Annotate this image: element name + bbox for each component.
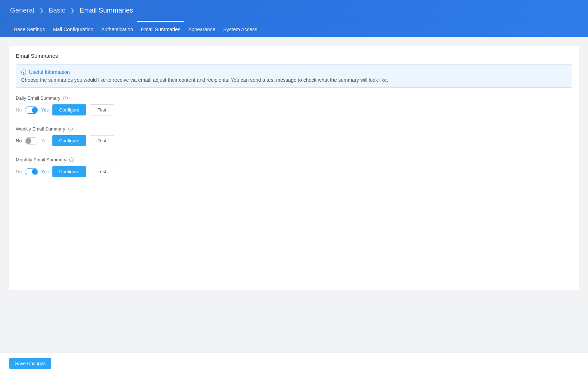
tab-appearance[interactable]: Appearance <box>184 21 220 37</box>
summary-daily-label: Daily Email Summary ? <box>16 95 572 101</box>
breadcrumb-basic[interactable]: Basic <box>49 6 65 14</box>
configure-weekly-button[interactable]: Configure <box>52 135 86 146</box>
toggle-no-label: No <box>16 169 22 174</box>
breadcrumb: General ❯ Basic ❯ Email Summaries <box>0 0 588 21</box>
info-text: Choose the summaries you would like to r… <box>21 77 567 83</box>
toggle-weekly-wrap: No Yes <box>16 137 49 145</box>
summary-weekly: Weekly Email Summary ? No Yes Configure … <box>16 126 572 146</box>
section-title: Email Summaries <box>16 53 572 59</box>
chevron-right-icon: ❯ <box>70 8 75 13</box>
toggle-monthly[interactable] <box>25 168 38 175</box>
summary-monthly-label: Monthly Email Summary ? <box>16 157 572 162</box>
help-icon[interactable]: ? <box>68 127 73 131</box>
tab-base-settings[interactable]: Base Settings <box>10 21 49 37</box>
tab-system-access[interactable]: System Access <box>219 21 261 37</box>
toggle-daily[interactable] <box>25 106 38 114</box>
breadcrumb-general[interactable]: General <box>10 6 34 14</box>
configure-daily-button[interactable]: Configure <box>52 104 86 115</box>
chevron-right-icon: ❯ <box>39 8 44 13</box>
tab-bar: Base Settings Mail Configuration Authent… <box>0 21 588 37</box>
info-title: i Useful Information <box>21 69 567 75</box>
test-daily-button[interactable]: Test <box>90 104 114 115</box>
summary-label-text: Monthly Email Summary <box>16 157 66 162</box>
summary-weekly-label: Weekly Email Summary ? <box>16 126 572 132</box>
info-box: i Useful Information Choose the summarie… <box>16 65 572 87</box>
summary-label-text: Weekly Email Summary <box>16 126 65 132</box>
tab-email-summaries[interactable]: Email Summaries <box>137 21 184 37</box>
toggle-yes-label: Yes <box>41 169 49 174</box>
toggle-monthly-wrap: No Yes <box>16 168 49 175</box>
toggle-no-label: No <box>16 138 22 143</box>
toggle-yes-label: Yes <box>41 138 49 143</box>
summary-daily: Daily Email Summary ? No Yes Configure T… <box>16 95 572 115</box>
summary-label-text: Daily Email Summary <box>16 95 60 101</box>
tab-mail-configuration[interactable]: Mail Configuration <box>49 21 97 37</box>
breadcrumb-email-summaries: Email Summaries <box>80 6 133 14</box>
toggle-no-label: No <box>16 107 22 113</box>
summary-monthly: Monthly Email Summary ? No Yes Configure… <box>16 157 572 177</box>
test-monthly-button[interactable]: Test <box>90 166 114 177</box>
help-icon[interactable]: ? <box>69 157 74 162</box>
configure-monthly-button[interactable]: Configure <box>52 166 86 177</box>
info-title-text: Useful Information <box>29 69 70 75</box>
test-weekly-button[interactable]: Test <box>90 135 114 146</box>
toggle-daily-wrap: No Yes <box>16 106 49 114</box>
help-icon[interactable]: ? <box>63 96 68 100</box>
toggle-weekly[interactable] <box>25 137 38 145</box>
tab-authentication[interactable]: Authentication <box>97 21 137 37</box>
content-panel: Email Summaries i Useful Information Cho… <box>9 46 579 290</box>
toggle-yes-label: Yes <box>41 107 49 113</box>
info-icon: i <box>21 70 26 75</box>
page-header: General ❯ Basic ❯ Email Summaries Base S… <box>0 0 588 37</box>
